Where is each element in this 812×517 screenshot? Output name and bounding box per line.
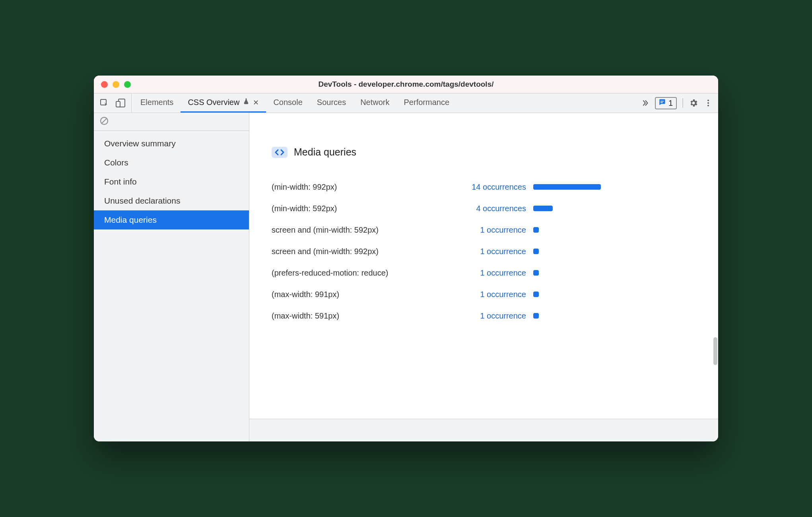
section-title: Media queries: [294, 146, 356, 158]
tab-label: Performance: [404, 98, 450, 107]
sidebar-item-label: Media queries: [104, 215, 157, 225]
tab-css-overview[interactable]: CSS Overview✕: [181, 93, 266, 113]
window-title: DevTools - developer.chrome.com/tags/dev…: [94, 80, 718, 89]
devtools-toolbar: ElementsCSS Overview✕ConsoleSourcesNetwo…: [94, 93, 718, 113]
clear-overview-icon[interactable]: [99, 116, 109, 128]
main-panel: Media queries (min-width: 992px)14 occur…: [249, 113, 718, 441]
tab-label: Console: [273, 98, 302, 107]
separator: [682, 98, 683, 108]
sidebar-item-label: Unused declarations: [104, 196, 180, 206]
sidebar-item-font-info[interactable]: Font info: [94, 172, 249, 191]
occurrence-bar-wrap: [526, 184, 696, 190]
svg-point-6: [707, 102, 709, 104]
tab-label: Sources: [317, 98, 346, 107]
sidebar-item-label: Font info: [104, 177, 137, 187]
occurrence-link[interactable]: 1 occurrence: [451, 247, 526, 256]
sidebar-toolbar: [94, 113, 249, 131]
media-query-row: (max-width: 991px)1 occurrence: [272, 284, 696, 305]
svg-point-7: [707, 105, 709, 106]
media-query-text: (min-width: 592px): [272, 204, 451, 213]
sidebar-item-colors[interactable]: Colors: [94, 153, 249, 172]
drawer[interactable]: [249, 419, 718, 441]
content-area: Overview summaryColorsFont infoUnused de…: [94, 113, 718, 441]
scrollbar-thumb[interactable]: [713, 337, 717, 365]
svg-rect-2: [116, 101, 120, 107]
device-toolbar-icon[interactable]: [115, 98, 126, 108]
occurrence-bar-wrap: [526, 206, 696, 211]
sidebar-item-media-queries[interactable]: Media queries: [94, 210, 249, 229]
media-query-row: (min-width: 592px)4 occurrences: [272, 198, 696, 219]
occurrence-bar: [533, 292, 539, 297]
issues-count: 1: [668, 99, 673, 108]
occurrence-link[interactable]: 1 occurrence: [451, 225, 526, 235]
occurrence-link[interactable]: 1 occurrence: [451, 311, 526, 321]
svg-rect-4: [660, 102, 663, 103]
occurrence-link[interactable]: 14 occurrences: [451, 183, 526, 192]
sidebar-list: Overview summaryColorsFont infoUnused de…: [94, 131, 249, 229]
sidebar-item-label: Overview summary: [104, 139, 176, 148]
media-query-row: (prefers-reduced-motion: reduce)1 occurr…: [272, 262, 696, 284]
occurrence-bar-wrap: [526, 249, 696, 254]
media-query-text: screen and (min-width: 592px): [272, 225, 451, 235]
panel-tabs: ElementsCSS Overview✕ConsoleSourcesNetwo…: [132, 93, 635, 113]
occurrence-link[interactable]: 1 occurrence: [451, 290, 526, 299]
media-query-text: (max-width: 991px): [272, 290, 451, 299]
svg-line-9: [102, 119, 107, 123]
tab-console[interactable]: Console: [266, 93, 309, 113]
occurrence-bar: [533, 206, 553, 211]
media-query-row: (min-width: 992px)14 occurrences: [272, 176, 696, 198]
media-query-text: screen and (min-width: 992px): [272, 247, 451, 256]
media-query-row: (max-width: 591px)1 occurrence: [272, 305, 696, 327]
occurrence-bar: [533, 270, 539, 276]
sidebar-item-unused-declarations[interactable]: Unused declarations: [94, 191, 249, 210]
tab-elements[interactable]: Elements: [133, 93, 181, 113]
media-query-row: screen and (min-width: 992px)1 occurrenc…: [272, 241, 696, 262]
media-query-text: (min-width: 992px): [272, 183, 451, 192]
media-query-row: screen and (min-width: 592px)1 occurrenc…: [272, 219, 696, 241]
tab-label: Elements: [140, 98, 173, 107]
media-query-list: (min-width: 992px)14 occurrences(min-wid…: [272, 176, 696, 327]
tab-network[interactable]: Network: [353, 93, 396, 113]
occurrence-bar: [533, 227, 539, 233]
occurrence-bar-wrap: [526, 313, 696, 319]
media-queries-icon: [272, 147, 288, 158]
media-query-text: (prefers-reduced-motion: reduce): [272, 268, 451, 278]
toolbar-right-group: 1: [635, 93, 718, 113]
close-tab-icon[interactable]: ✕: [253, 98, 259, 107]
speech-bubble-icon: [658, 98, 666, 108]
inspect-element-icon[interactable]: [99, 98, 109, 108]
sidebar: Overview summaryColorsFont infoUnused de…: [94, 113, 249, 441]
more-tabs-icon[interactable]: [641, 99, 649, 107]
toolbar-left-group: [94, 93, 132, 113]
tab-performance[interactable]: Performance: [397, 93, 457, 113]
occurrence-link[interactable]: 1 occurrence: [451, 268, 526, 278]
svg-point-5: [707, 100, 709, 101]
titlebar: DevTools - developer.chrome.com/tags/dev…: [94, 76, 718, 93]
experiment-flask-icon: [243, 98, 250, 107]
occurrence-link[interactable]: 4 occurrences: [451, 204, 526, 213]
settings-gear-icon[interactable]: [689, 98, 698, 108]
issues-button[interactable]: 1: [655, 97, 677, 109]
occurrence-bar: [533, 184, 601, 190]
tab-label: CSS Overview: [188, 98, 239, 107]
occurrence-bar-wrap: [526, 227, 696, 233]
main-body: Media queries (min-width: 992px)14 occur…: [249, 113, 718, 419]
tab-sources[interactable]: Sources: [310, 93, 353, 113]
section-heading: Media queries: [272, 146, 696, 158]
occurrence-bar-wrap: [526, 292, 696, 297]
devtools-window: DevTools - developer.chrome.com/tags/dev…: [94, 76, 718, 441]
media-query-text: (max-width: 591px): [272, 311, 451, 321]
occurrence-bar: [533, 313, 539, 319]
tab-label: Network: [360, 98, 389, 107]
sidebar-item-overview-summary[interactable]: Overview summary: [94, 134, 249, 153]
sidebar-item-label: Colors: [104, 158, 128, 167]
occurrence-bar-wrap: [526, 270, 696, 276]
kebab-menu-icon[interactable]: [704, 99, 713, 107]
svg-rect-3: [660, 101, 664, 101]
occurrence-bar: [533, 249, 539, 254]
